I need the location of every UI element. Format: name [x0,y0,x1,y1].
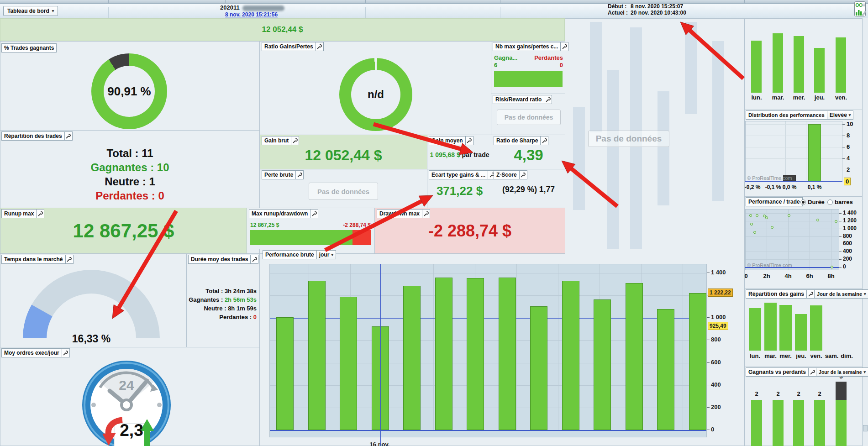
perf-trade-title: Performance / trade [746,197,803,206]
perte-brute-no-data: Pas de données [309,183,378,200]
nb-max-values-row: 6 0 [494,62,563,68]
bar-value-label: 2 [790,390,807,397]
redacted-text [242,5,284,11]
z-score-value: (92,29 %) 1,77 [492,183,565,196]
repartition-line: Total : 11 [7,146,253,160]
day-label: sam. [824,352,840,359]
risk-reward-no-data: Pas de données [497,110,561,125]
stacked-bar-dark [836,382,847,400]
wrench-icon[interactable] [251,255,258,264]
pct-trades-value: 90,91 % [91,53,167,129]
time-in-market-gauge [21,269,162,341]
document-date-link[interactable]: 8 nov. 2020 15:21:56 [225,11,278,18]
nb-max-title: Nb max gains/pertes c... [493,42,561,51]
window-top-strip [0,0,868,4]
wrench-icon[interactable] [37,209,44,218]
radio-barres[interactable]: barres [827,199,853,205]
perf-bar [657,309,674,430]
x-axis-label: 0,1 % [803,184,826,190]
repartition-trades-list: Total : 11Gagnantes : 10Neutre : 1Perdan… [7,146,253,203]
axis-tick [842,158,845,159]
scatter-point [753,231,756,234]
scatter-point [771,226,773,229]
wrench-icon[interactable] [291,136,299,145]
y-axis-label: 1 400 [843,210,863,216]
wrench-icon[interactable] [62,348,70,357]
center-no-data: Pas de données [588,131,669,147]
sharpe-title: Ratio de Sharpe [494,136,541,145]
repartition-line: Neutre : 1 [7,174,253,189]
axis-tick [707,362,710,363]
orders-per-day-value: 2,3 [114,420,149,441]
wrench-icon[interactable] [66,255,74,264]
axis-tick [839,221,842,221]
duree-line: Perdantes : 0 [187,313,257,321]
axis-tick [839,236,842,237]
wrench-icon[interactable] [310,209,318,218]
svg-text:24: 24 [119,378,134,393]
wrench-icon[interactable] [807,289,815,299]
perf-bar [435,278,452,430]
repartition-gains-dropdown[interactable]: Jour de la semaine▾ [815,289,868,299]
wrench-icon[interactable] [520,170,527,179]
x-axis-label: 0,0 % [778,184,801,190]
scatter-point [749,214,752,217]
wrench-icon[interactable] [466,136,473,145]
axis-tick [839,267,842,268]
chevron-down-icon: ▾ [864,370,866,374]
perf-bar [626,283,643,430]
y-axis-label: 400 [843,248,863,254]
period-dates: Début :8 nov. 2020 15:25:07 Actuel :20 n… [608,3,686,16]
repartition-line: Gagnantes : 10 [7,160,253,174]
scatter-point [750,223,753,226]
wrench-icon[interactable] [296,170,304,179]
gagnants-perdants-dropdown[interactable]: Jour de la semaine▾ [816,367,868,377]
gains-bar [749,308,761,351]
perf-bar [403,286,421,430]
wrench-icon[interactable] [544,95,552,104]
wrench-icon[interactable] [541,136,548,145]
perte-brute-title: Perte brute [262,170,296,179]
day-label: ven. [831,94,851,101]
trading-dashboard: Tableau de bord ▾ 202011 8 nov. 2020 15:… [0,0,868,446]
y-axis-label: 10 [847,121,858,127]
perf-bar [276,317,294,430]
distribution-title: Distribution des performances [746,110,827,120]
max-runup-value: 12 867,25 $ [250,222,279,228]
grid-line [810,210,810,270]
histogram-bar [808,124,821,181]
stacked-bar-green [773,400,784,446]
placeholder-bar [712,41,724,201]
watermark: © ProRealTime.com [747,175,792,181]
y-axis-label: 1 200 [843,217,863,224]
scatter-point [788,214,790,217]
y-axis-label: 1 000 [843,225,863,231]
gains-bar [764,303,777,351]
perf-bar [530,306,547,430]
week-bar [836,37,846,93]
radio-duree[interactable]: Durée [800,199,825,205]
axis-tick [842,136,845,136]
wrench-icon[interactable] [65,131,73,141]
day-label: jeu. [810,94,829,101]
wrench-icon[interactable] [316,42,324,51]
view-selector-dropdown[interactable]: Tableau de bord ▾ [3,6,58,16]
scrollbar-thumb[interactable] [863,425,868,431]
grid-line [746,136,842,136]
app-window-icon[interactable]: OO [854,1,867,17]
wrench-icon[interactable] [809,367,816,377]
grid-line [746,170,842,170]
grid-line [765,121,765,181]
day-label: ven. [808,352,824,359]
ratio-sharpe-value: 4,39 [492,142,565,168]
gains-bar [810,305,822,351]
perf-brute-period-dropdown[interactable]: jour▾ [317,250,336,259]
vertical-scrollbar[interactable] [862,18,868,446]
y-axis-label: 200 [843,256,863,262]
grid-line [806,121,806,181]
perf-bar [594,299,611,430]
axis-tick [842,124,845,125]
wrench-icon[interactable] [561,42,568,51]
wrench-icon[interactable] [422,209,430,218]
distribution-dropdown[interactable]: Elevée▾ [827,110,854,120]
